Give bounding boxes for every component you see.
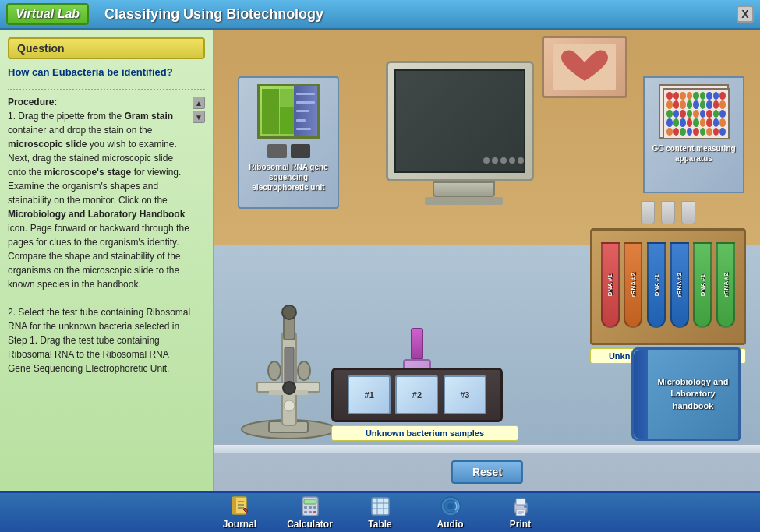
petri-area: #1 #2 #3 Unknown bacterium samples	[331, 368, 518, 441]
test-tube-3-label: DNA #1	[653, 274, 660, 296]
app-title: Classifying Using Biotechnology	[104, 6, 323, 23]
petri-dish-3[interactable]: #3	[444, 375, 486, 414]
toolbar-item-calculator[interactable]: Calculator	[287, 495, 334, 530]
cylinder-3	[681, 201, 695, 224]
sidebar: Question How can Eubacteria be identifie…	[0, 30, 214, 491]
monitor-btn-1	[483, 157, 490, 164]
audio-icon	[440, 495, 461, 517]
monitor-btn-5	[518, 157, 524, 164]
handbook[interactable]: Microbiology and Laboratory handbook	[631, 347, 748, 449]
audio-label: Audio	[437, 519, 464, 530]
monitor-stand	[425, 197, 503, 205]
test-tube-5[interactable]: DNA #1	[693, 242, 712, 328]
svg-rect-22	[313, 506, 316, 509]
handbook-title: Microbiology and Laboratory handbook	[656, 376, 730, 412]
main-layout: Question How can Eubacteria be identifie…	[0, 30, 760, 491]
test-tube-rack: DNA #1 rRNA #2 DNA #1 rRNA #2 DNA #1 rRN…	[590, 201, 746, 364]
petri-dish-3-label: #3	[460, 390, 469, 400]
table-icon	[369, 495, 391, 517]
monitor-control-buttons	[483, 157, 524, 164]
cylinder-1	[641, 201, 655, 224]
toolbar-item-journal[interactable]: Journal	[217, 495, 263, 530]
app-header: Virtual Lab Classifying Using Biotechnol…	[0, 0, 760, 30]
svg-point-39	[524, 505, 527, 508]
test-tube-6-label: rRNA #2	[723, 273, 730, 297]
rack-cylinders-top	[590, 201, 746, 224]
petri-dish-1[interactable]: #1	[348, 375, 391, 414]
test-tube-5-label: DNA #1	[699, 274, 706, 296]
petri-tray: #1 #2 #3	[331, 368, 503, 422]
procedure-scroll-area: Procedure: 1. Drag the pipette from the …	[8, 95, 191, 375]
petri-dish-1-label: #1	[365, 390, 374, 400]
rack-body: DNA #1 rRNA #2 DNA #1 rRNA #2 DNA #1 rRN…	[590, 228, 746, 345]
calculator-icon	[299, 495, 321, 517]
lab-area: Ribosomal RNA gene squencing electrophor…	[214, 30, 760, 491]
cylinder-2	[661, 201, 675, 224]
test-tube-2-label: rRNA #2	[630, 273, 637, 297]
monitor-btn-2	[492, 157, 498, 164]
stain-cap	[411, 328, 423, 359]
scroll-down-button[interactable]: ▼	[193, 111, 205, 123]
svg-rect-6	[285, 347, 294, 386]
test-tube-2[interactable]: rRNA #2	[624, 242, 642, 328]
toolbar-item-audio[interactable]: Audio	[427, 495, 474, 530]
svg-rect-35	[516, 499, 525, 505]
svg-point-10	[268, 361, 281, 380]
test-tube-4[interactable]: rRNA #2	[670, 242, 689, 328]
table-label: Table	[368, 519, 391, 530]
journal-label: Journal	[223, 519, 256, 530]
heart-image	[542, 36, 627, 98]
test-tube-1[interactable]: DNA #1	[601, 242, 620, 328]
computer-monitor	[386, 61, 542, 217]
toolbar-item-print[interactable]: Print	[497, 495, 544, 530]
app-logo: Virtual Lab	[6, 3, 89, 25]
scroll-up-button[interactable]: ▲	[193, 97, 205, 109]
procedure-label: Procedure:	[8, 97, 57, 107]
svg-rect-25	[313, 511, 316, 513]
monitor-screen-body	[386, 61, 534, 181]
gc-unit-label: GC content measuring apparatus	[645, 142, 743, 165]
svg-rect-20	[304, 506, 307, 509]
test-tube-6[interactable]: rRNA #2	[716, 242, 735, 328]
svg-rect-23	[304, 511, 307, 513]
print-label: Print	[510, 519, 531, 530]
svg-rect-21	[309, 506, 312, 509]
toolbar: Journal Calculator	[0, 491, 760, 532]
handbook-spine	[634, 350, 648, 439]
rna-sequencing-unit[interactable]: Ribosomal RNA gene squencing electrophor…	[238, 76, 339, 209]
monitor-btn-3	[500, 157, 507, 164]
gc-unit-screen	[659, 84, 729, 139]
monitor-btn-4	[509, 157, 515, 164]
journal-icon	[229, 495, 251, 517]
toolbar-item-table[interactable]: Table	[357, 495, 404, 530]
svg-rect-24	[309, 511, 312, 513]
petri-tray-label: Unknown bacterium samples	[331, 425, 518, 441]
svg-rect-14	[232, 497, 236, 514]
reset-button[interactable]: Reset	[451, 460, 523, 484]
heart-svg	[553, 44, 616, 90]
test-tube-4-label: rRNA #2	[676, 273, 683, 297]
svg-rect-36	[516, 509, 525, 516]
rna-unit-screen	[257, 84, 320, 139]
print-icon	[510, 495, 532, 517]
close-button[interactable]: X	[737, 5, 754, 23]
handbook-body: Microbiology and Laboratory handbook	[631, 347, 741, 441]
svg-point-7	[283, 382, 295, 394]
svg-point-11	[298, 361, 310, 380]
svg-point-33	[447, 503, 454, 509]
svg-point-9	[282, 305, 296, 319]
gc-content-unit[interactable]: GC content measuring apparatus	[643, 76, 744, 193]
sidebar-divider	[8, 89, 205, 90]
petri-dish-2[interactable]: #2	[395, 375, 438, 414]
question-header: Question	[8, 37, 205, 59]
test-tube-1-label: DNA #1	[606, 274, 613, 296]
rna-unit-label: Ribosomal RNA gene squencing electrophor…	[239, 160, 338, 194]
test-tube-3[interactable]: DNA #1	[647, 242, 666, 328]
petri-dish-2-label: #2	[412, 390, 422, 400]
monitor-base	[433, 181, 495, 197]
procedure-text: Procedure: 1. Drag the pipette from the …	[8, 95, 191, 375]
svg-rect-19	[304, 499, 316, 504]
question-text: How can Eubacteria be identified?	[8, 65, 205, 79]
svg-point-12	[284, 400, 295, 411]
svg-rect-26	[372, 498, 389, 515]
